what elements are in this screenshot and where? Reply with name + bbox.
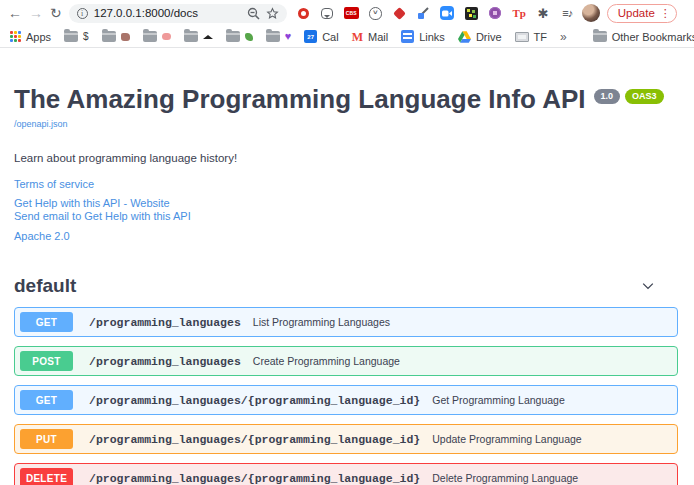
contact-website-link[interactable]: Get Help with this API - Website [14,197,678,210]
bookmark-drive[interactable]: Drive [458,31,502,43]
address-bar[interactable]: i 127.0.0.1:8000/docs [69,4,287,23]
purple-heart-emoji-icon: ♥ [285,31,292,42]
method-badge: GET [20,390,73,410]
browser-toolbar: ← → ↻ i 127.0.0.1:8000/docs CBS ˅ Tp ✱ ≡… [0,0,694,26]
bookmark-links[interactable]: Links [401,30,445,43]
bookmark-star-icon[interactable] [266,7,279,20]
endpoint-get-one[interactable]: GET /programming_languages/{programming_… [14,385,678,415]
zoom-out-icon[interactable] [247,7,260,20]
endpoint-summary: Get Programming Language [432,394,565,406]
browser-menu-icon[interactable]: ⋮ [660,7,671,20]
api-title: The Amazing Programming Language Info AP… [14,86,586,113]
version-badge: 1.0 [594,89,621,104]
operations-list: GET /programming_languages List Programm… [14,307,678,485]
bookmarks-bar: Apps $ ♥ 27 Cal M Mail Links Drive [0,26,694,48]
extensions-row: CBS ˅ Tp ✱ ≡♪ [296,6,575,21]
oas3-badge: OAS3 [625,89,664,104]
links-icon [401,30,414,43]
forward-icon[interactable]: → [29,6,43,20]
tf-icon [515,32,529,42]
method-badge: GET [20,312,73,332]
bookmark-folder-horse[interactable] [102,31,130,42]
dollar-emblem: $ [83,32,89,42]
endpoint-summary: List Programming Languages [253,316,390,328]
red-diamond-extension-icon[interactable] [392,6,407,21]
graduation-cap-emoji-icon [203,30,213,39]
gmail-icon: M [352,31,363,43]
folder-icon [102,31,116,42]
contact-email-link[interactable]: Send email to Get Help with this API [14,210,678,223]
gray-star-extension-icon[interactable]: ✱ [536,6,551,21]
bookmark-folder-dollar[interactable]: $ [64,31,89,42]
endpoint-put-update[interactable]: PUT /programming_languages/{programming_… [14,424,678,454]
endpoint-summary: Create Programming Language [253,355,400,367]
endpoint-get-list[interactable]: GET /programming_languages List Programm… [14,307,678,337]
bookmark-cal-label: Cal [322,31,339,43]
bookmark-links-label: Links [419,31,445,43]
swagger-page: The Amazing Programming Language Info AP… [0,48,694,485]
bookmark-folder-heart[interactable]: ♥ [266,31,292,42]
bookmark-cal[interactable]: 27 Cal [304,30,339,43]
bookmark-mail[interactable]: M Mail [352,31,389,43]
pocket-extension-icon[interactable]: ˅ [368,6,383,21]
endpoint-path: /programming_languages/{programming_lang… [89,433,420,446]
apps-grid-icon [10,31,21,42]
bookmark-folder-brain[interactable] [143,31,171,42]
other-bookmarks-label: Other Bookmarks [612,31,694,43]
endpoint-summary: Delete Programming Language [432,472,578,484]
terms-of-service-link[interactable]: Terms of service [14,178,678,190]
bookmark-folder-plant[interactable] [226,31,253,42]
folder-icon [184,31,198,42]
endpoint-summary: Update Programming Language [432,433,581,445]
back-icon[interactable]: ← [8,6,22,20]
purple-flower-extension-icon[interactable] [488,6,503,21]
folder-icon [266,31,280,42]
bookmark-apps-label: Apps [26,31,51,43]
bookmark-tf[interactable]: TF [515,31,547,43]
endpoint-path: /programming_languages [89,355,241,368]
other-bookmarks[interactable]: Other Bookmarks [593,31,694,43]
bookmark-mail-label: Mail [368,31,388,43]
eyedropper-extension-icon[interactable] [416,6,431,21]
bookmark-folder-gradcap[interactable] [184,31,213,42]
bookmark-apps[interactable]: Apps [10,31,51,43]
bookmark-tf-label: TF [534,31,547,43]
profile-avatar[interactable] [582,4,600,22]
url-text[interactable]: 127.0.0.1:8000/docs [94,7,241,19]
zoom-camera-extension-icon[interactable] [440,6,455,21]
chat-bubble-extension-icon[interactable] [320,6,335,21]
endpoint-path: /programming_languages [89,316,241,329]
brain-emoji-icon [162,33,171,40]
api-description: Learn about programming language history… [14,152,678,164]
playlist-extension-icon[interactable]: ≡♪ [560,6,575,21]
method-badge: DELETE [20,468,73,485]
site-info-icon[interactable]: i [77,8,88,19]
red-ring-extension-icon[interactable] [296,6,311,21]
endpoint-path: /programming_languages/{programming_lang… [89,394,420,407]
plant-emoji-icon [245,33,253,41]
license-link[interactable]: Apache 2.0 [14,230,678,242]
chevron-down-icon[interactable] [640,278,656,294]
drive-icon [458,31,471,43]
dark-pattern-extension-icon[interactable] [464,6,479,21]
update-button[interactable]: Update ⋮ [607,4,677,23]
reload-icon[interactable]: ↻ [50,6,62,20]
folder-icon [593,31,607,42]
bookmark-drive-label: Drive [476,31,502,43]
tag-name: default [14,275,76,297]
tp-extension-icon[interactable]: Tp [512,6,527,21]
calendar-icon: 27 [304,30,317,43]
folder-icon [143,31,157,42]
update-label: Update [618,7,655,19]
cbs-extension-icon[interactable]: CBS [344,6,359,21]
folder-icon [64,31,78,42]
bookmarks-overflow-chevron[interactable]: » [560,30,567,44]
endpoint-path: /programming_languages/{programming_lang… [89,472,420,485]
method-badge: POST [20,351,73,371]
endpoint-post-create[interactable]: POST /programming_languages Create Progr… [14,346,678,376]
endpoint-delete[interactable]: DELETE /programming_languages/{programmi… [14,463,678,485]
openapi-spec-link[interactable]: /openapi.json [14,119,68,129]
tag-section-default[interactable]: default [14,275,678,297]
folder-icon [226,31,240,42]
horse-emoji-icon [121,33,130,41]
